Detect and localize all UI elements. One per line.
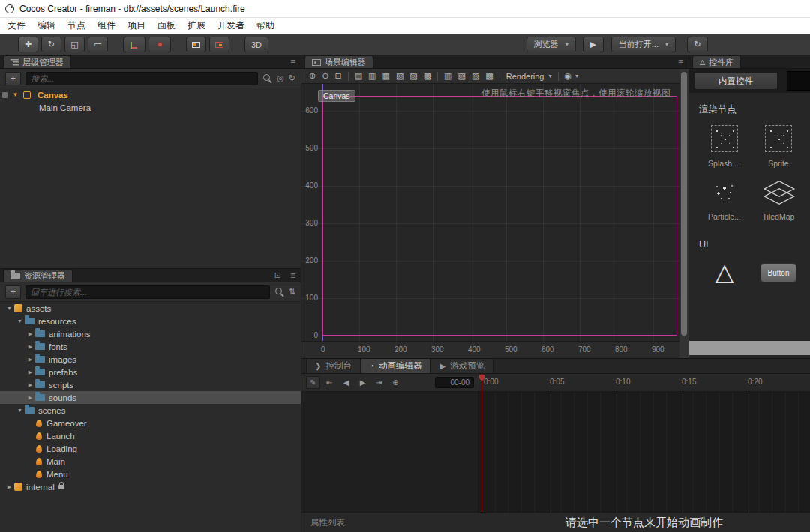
rect-tool-button[interactable]: ▭: [88, 37, 108, 52]
builtin-widgets-tab[interactable]: 内置控件: [694, 72, 778, 90]
gizmo-toggle-button[interactable]: [148, 37, 171, 52]
widget-item-button[interactable]: Button: [752, 259, 806, 285]
tab-game-preview[interactable]: ▶ 游戏预览: [430, 359, 494, 373]
next-frame-icon[interactable]: ⇥: [372, 376, 386, 389]
tree-item-images[interactable]: ▶ images: [0, 353, 301, 366]
menu-node[interactable]: 节点: [62, 19, 92, 32]
widget-category-tab-stub[interactable]: [787, 71, 810, 91]
expand-icon[interactable]: ▶: [26, 382, 35, 387]
expand-icon[interactable]: ▼: [15, 408, 25, 413]
refresh-button[interactable]: ↻: [687, 37, 708, 52]
spread-v-icon[interactable]: ▩: [485, 72, 493, 80]
tree-item-launch[interactable]: Launch: [0, 429, 301, 442]
add-keyframe-icon[interactable]: ⊕: [388, 376, 403, 389]
menu-file[interactable]: 文件: [2, 19, 32, 32]
distribute-v-icon[interactable]: ▧: [458, 72, 466, 80]
zoom-out-icon[interactable]: ⊖: [322, 72, 328, 80]
expand-icon[interactable]: ▶: [26, 369, 35, 375]
align-middle-icon[interactable]: ▨: [410, 72, 417, 80]
widget-item-splash[interactable]: Splash ...: [698, 125, 752, 168]
hierarchy-node-canvas[interactable]: ▼ Canvas: [0, 88, 301, 101]
expand-icon[interactable]: ▼: [10, 92, 20, 98]
tab-hierarchy[interactable]: 层级管理器: [3, 55, 71, 68]
tree-item-resources[interactable]: ▼ resources: [0, 315, 301, 327]
add-asset-button[interactable]: +: [5, 285, 21, 299]
current-open-dropdown[interactable]: 当前打开... ▾: [611, 37, 676, 52]
tree-item-assets[interactable]: ▼ assets: [0, 302, 301, 315]
menu-project[interactable]: 项目: [122, 19, 152, 32]
scene-viewport[interactable]: Canvas 使用鼠标右键平移视窗焦点，使用滚轮缩放视图 600 500 400…: [302, 84, 680, 341]
jump-to-start-icon[interactable]: ⇤: [322, 376, 337, 389]
distribute-h-icon[interactable]: ▥: [444, 72, 452, 80]
tree-item-prefabs[interactable]: ▶ prefabs: [0, 366, 301, 378]
rotate-tool-button[interactable]: ↻: [41, 37, 62, 52]
align-center-h-icon[interactable]: ▥: [368, 72, 376, 80]
tab-animation-editor[interactable]: ◔ 动画编辑器: [361, 359, 431, 373]
menu-panel[interactable]: 面板: [152, 19, 182, 32]
refresh-icon[interactable]: ↻: [289, 74, 296, 82]
new-asset-icon[interactable]: ⊡: [274, 270, 281, 280]
timeline-playhead[interactable]: [482, 374, 482, 512]
panel-menu-icon[interactable]: ≡: [290, 57, 296, 67]
widget-item-mask[interactable]: △: [698, 259, 752, 285]
zoom-fit-icon[interactable]: ⊡: [334, 72, 341, 80]
record-edit-icon[interactable]: ✎: [306, 376, 320, 389]
widget-item-sprite[interactable]: Sprite: [752, 125, 806, 168]
pivot-toggle-button[interactable]: [123, 37, 146, 52]
canvas-reset-button[interactable]: [209, 37, 230, 52]
sort-icon[interactable]: ⇅: [289, 288, 296, 296]
camera-dropdown[interactable]: ◉ ▾: [565, 72, 579, 80]
locate-icon[interactable]: ◎: [277, 74, 284, 82]
tab-assets[interactable]: 资源管理器: [3, 269, 73, 282]
scrollbar-thumb[interactable]: [681, 72, 687, 336]
tree-item-sounds[interactable]: ▶ sounds: [0, 391, 301, 404]
current-time-display[interactable]: 00-00: [435, 377, 474, 388]
align-left-icon[interactable]: ▤: [355, 72, 362, 80]
panel-menu-icon[interactable]: ≡: [290, 270, 296, 281]
timeline-ruler[interactable]: 0:00 0:05 0:10 0:15 0:20: [478, 374, 810, 392]
expand-icon[interactable]: ▶: [4, 484, 14, 489]
tab-scene-editor[interactable]: 场景编辑器: [304, 55, 374, 68]
align-right-icon[interactable]: ▦: [382, 72, 389, 80]
tree-item-gameover[interactable]: Gameover: [0, 417, 301, 429]
search-icon[interactable]: [262, 73, 272, 83]
lock-toggle-icon[interactable]: [2, 92, 8, 98]
menu-developer[interactable]: 开发者: [212, 19, 250, 32]
expand-icon[interactable]: ▶: [26, 357, 35, 362]
canvas-fit-button[interactable]: [186, 37, 206, 52]
tab-widget-library[interactable]: △ 控件库: [692, 55, 741, 68]
scene-vertical-scrollbar[interactable]: [680, 69, 688, 358]
zoom-in-icon[interactable]: ⊕: [309, 72, 316, 80]
add-node-button[interactable]: +: [5, 72, 21, 85]
spread-h-icon[interactable]: ▨: [472, 72, 479, 80]
play-button[interactable]: ▶: [583, 37, 604, 52]
rendering-dropdown[interactable]: Rendering ▾: [506, 72, 552, 81]
scale-tool-button[interactable]: ◱: [64, 37, 85, 52]
3d-mode-button[interactable]: 3D: [244, 37, 268, 52]
menu-component[interactable]: 组件: [92, 19, 122, 32]
tree-item-scripts[interactable]: ▶ scripts: [0, 378, 301, 391]
tree-item-animations[interactable]: ▶ animations: [0, 327, 301, 340]
expand-icon[interactable]: ▼: [4, 306, 14, 311]
tree-item-loading[interactable]: Loading: [0, 442, 301, 455]
timeline-grid[interactable]: [478, 392, 810, 512]
tree-item-scenes[interactable]: ▼ scenes: [0, 404, 301, 417]
widget-item-tiledmap[interactable]: TiledMap: [752, 178, 806, 221]
move-tool-button[interactable]: ✚: [18, 37, 38, 52]
widget-item-particle[interactable]: Particle...: [698, 178, 752, 221]
hierarchy-search-input[interactable]: [26, 72, 258, 85]
panel-menu-icon[interactable]: ≡: [678, 57, 683, 67]
preview-target-dropdown[interactable]: 浏览器 ▾: [526, 37, 576, 52]
menu-help[interactable]: 帮助: [250, 19, 280, 32]
tree-item-main[interactable]: Main: [0, 455, 301, 468]
tab-console[interactable]: ❯ 控制台: [306, 359, 361, 373]
tree-item-fonts[interactable]: ▶ fonts: [0, 340, 301, 353]
expand-icon[interactable]: ▶: [26, 344, 35, 349]
tree-item-internal[interactable]: ▶ internal: [0, 480, 301, 493]
expand-icon[interactable]: ▶: [26, 331, 35, 336]
menu-extension[interactable]: 扩展: [182, 19, 212, 32]
play-animation-icon[interactable]: ▶: [356, 376, 370, 389]
assets-search-input[interactable]: [26, 285, 270, 299]
expand-icon[interactable]: ▼: [15, 318, 25, 324]
tree-item-menu[interactable]: Menu: [0, 468, 301, 480]
